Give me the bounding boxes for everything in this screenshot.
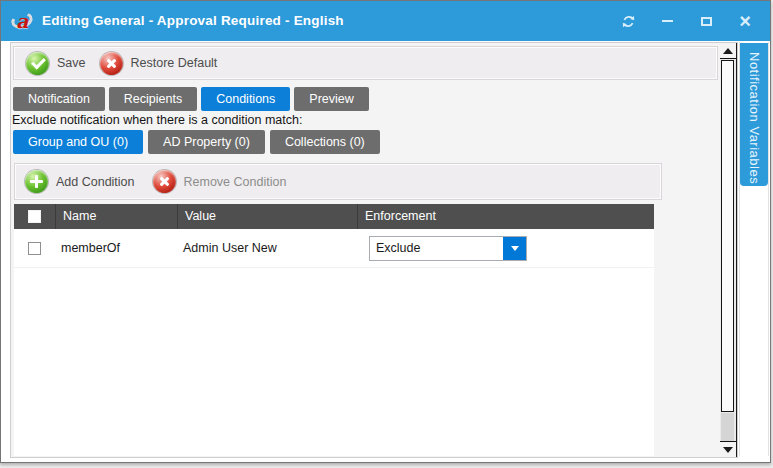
dialog-window: a Editing General - Approval Required - … xyxy=(0,0,771,463)
window-title: Editing General - Approval Required - En… xyxy=(42,1,344,41)
close-button[interactable]: × xyxy=(736,12,754,30)
notification-variables-label: Notification Variables xyxy=(747,43,762,186)
restore-default-button[interactable]: Restore Default xyxy=(100,52,218,75)
side-panel-rail: Notification Variables xyxy=(739,42,769,456)
remove-condition-button[interactable]: Remove Condition xyxy=(153,170,287,193)
enforcement-dropdown-button[interactable] xyxy=(503,237,526,260)
maximize-icon xyxy=(701,17,712,26)
scroll-down-button[interactable] xyxy=(720,441,736,457)
logo-letter: a xyxy=(16,10,28,32)
scroll-up-button[interactable] xyxy=(720,43,736,59)
app-logo-icon: a xyxy=(10,10,35,32)
add-condition-label: Add Condition xyxy=(56,175,135,189)
minimize-icon xyxy=(662,20,673,22)
remove-condition-label: Remove Condition xyxy=(184,175,287,189)
condition-subtabs: Group and OU (0) AD Property (0) Collect… xyxy=(13,130,380,154)
save-icon xyxy=(26,52,49,75)
row-checkbox-cell xyxy=(14,242,55,255)
content-panel: Save Restore Default Notification Recipi… xyxy=(10,42,738,458)
add-condition-icon xyxy=(25,170,48,193)
chevron-down-icon xyxy=(511,246,519,251)
refresh-button[interactable] xyxy=(619,12,637,30)
select-all-checkbox[interactable] xyxy=(28,210,41,223)
row-enforcement-cell: Exclude xyxy=(357,236,654,261)
screen: a Editing General - Approval Required - … xyxy=(0,0,773,468)
table-header-row: Name Value Enforcement xyxy=(14,204,654,229)
maximize-button[interactable] xyxy=(697,12,715,30)
main-tabs: Notification Recipients Conditions Previ… xyxy=(13,87,369,111)
table-row[interactable]: memberOf Admin User New Exclude xyxy=(14,229,654,268)
add-condition-button[interactable]: Add Condition xyxy=(25,170,135,193)
exclude-condition-label: Exclude notification when there is a con… xyxy=(12,113,302,127)
conditions-table: Name Value Enforcement memberOf Admin Us… xyxy=(14,204,654,456)
subtab-collections[interactable]: Collections (0) xyxy=(270,130,380,154)
vertical-scrollbar xyxy=(720,43,737,457)
row-checkbox[interactable] xyxy=(28,242,41,255)
minimize-button[interactable] xyxy=(658,12,676,30)
remove-condition-icon xyxy=(153,170,176,193)
tab-notification[interactable]: Notification xyxy=(13,87,105,111)
tab-recipients[interactable]: Recipients xyxy=(109,87,197,111)
subtab-group-and-ou[interactable]: Group and OU (0) xyxy=(13,130,143,154)
row-name-cell: memberOf xyxy=(55,241,177,255)
conditions-toolbar: Add Condition Remove Condition xyxy=(14,163,662,200)
scrollbar-thumb[interactable] xyxy=(721,60,734,412)
column-header-value: Value xyxy=(178,204,358,229)
refresh-icon xyxy=(621,14,636,29)
scrollbar-track[interactable] xyxy=(721,413,734,442)
save-label: Save xyxy=(57,56,86,70)
enforcement-dropdown[interactable]: Exclude xyxy=(369,236,527,261)
tab-preview[interactable]: Preview xyxy=(294,87,368,111)
enforcement-dropdown-value: Exclude xyxy=(370,237,503,260)
column-header-name: Name xyxy=(56,204,178,229)
window-controls: × xyxy=(619,1,754,41)
titlebar: a Editing General - Approval Required - … xyxy=(1,1,770,41)
subtab-ad-property[interactable]: AD Property (0) xyxy=(148,130,265,154)
close-icon: × xyxy=(739,12,751,30)
select-all-cell xyxy=(14,204,56,229)
notification-variables-tab[interactable]: Notification Variables xyxy=(740,43,768,186)
tab-conditions[interactable]: Conditions xyxy=(201,87,290,111)
restore-default-label: Restore Default xyxy=(131,56,218,70)
restore-default-icon xyxy=(100,52,123,75)
triangle-up-icon xyxy=(723,48,733,54)
row-value-cell: Admin User New xyxy=(177,241,357,255)
save-button[interactable]: Save xyxy=(26,52,86,75)
triangle-down-icon xyxy=(723,447,733,453)
column-header-enforcement: Enforcement xyxy=(358,204,654,229)
main-toolbar: Save Restore Default xyxy=(13,46,718,80)
